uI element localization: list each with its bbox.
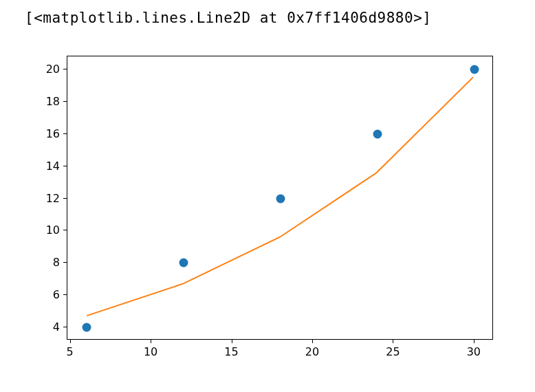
x-tick-mark (70, 340, 71, 343)
scatter-point (83, 323, 91, 332)
y-tick-label: 16 (46, 127, 60, 140)
x-tick-label: 25 (386, 345, 400, 358)
y-tick-mark (63, 262, 67, 263)
y-tick-mark (63, 230, 67, 230)
x-tick-label: 5 (67, 345, 74, 358)
y-tick-label: 4 (53, 320, 60, 334)
y-tick-mark (63, 294, 67, 295)
x-tick-label: 15 (224, 345, 238, 358)
chart-container: 51015202530468101214161820 (0, 48, 535, 392)
scatter-point (179, 259, 188, 268)
y-tick-mark (63, 133, 67, 134)
y-tick-label: 10 (46, 224, 60, 237)
y-tick-mark (63, 69, 67, 69)
y-tick-label: 14 (46, 159, 60, 172)
x-tick-label: 30 (467, 345, 481, 358)
repr-output: [<matplotlib.lines.Line2D at 0x7ff1406d9… (25, 10, 431, 26)
y-tick-label: 6 (53, 288, 60, 301)
x-tick-mark (151, 340, 151, 343)
y-tick-label: 18 (46, 94, 60, 107)
y-tick-mark (63, 198, 67, 199)
x-tick-label: 10 (144, 345, 157, 358)
scatter-point (373, 129, 382, 138)
y-tick-label: 8 (53, 256, 60, 269)
y-tick-label: 12 (46, 191, 60, 204)
x-tick-mark (393, 340, 393, 343)
plot-area (67, 56, 493, 340)
y-tick-mark (63, 101, 67, 102)
x-tick-label: 20 (305, 345, 319, 358)
y-tick-mark (63, 166, 67, 166)
x-tick-mark (232, 340, 232, 343)
x-tick-mark (474, 340, 474, 343)
scatter-point (276, 194, 285, 203)
scatter-point (470, 65, 479, 74)
y-tick-mark (63, 327, 67, 327)
x-tick-mark (312, 340, 313, 343)
y-tick-label: 20 (46, 62, 60, 75)
